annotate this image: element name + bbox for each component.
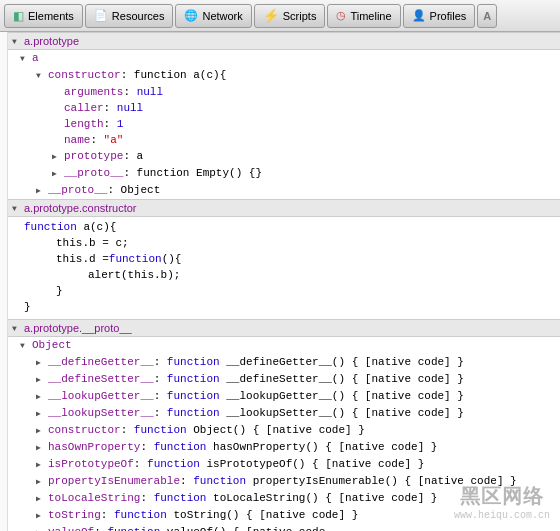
section-header-3[interactable]: a.prototype.__proto__ — [8, 319, 560, 337]
text-proto-object-1: __proto__: Object — [48, 182, 160, 198]
main-area: a.prototype a constructor: function a(c)… — [0, 32, 560, 531]
line-name: name: "a" — [8, 132, 560, 148]
section3-title: a.prototype.__proto__ — [24, 322, 132, 334]
text-defineSetter: __defineSetter__: function __defineSette… — [48, 371, 464, 387]
tab-timeline[interactable]: ◷ Timeline — [327, 4, 400, 28]
text-proto-empty: __proto__: function Empty() {} — [64, 165, 262, 181]
arrow-lookupGetter[interactable] — [36, 388, 48, 405]
tab-scripts[interactable]: ⚡ Scripts — [254, 4, 326, 28]
tab-profiles[interactable]: 👤 Profiles — [403, 4, 476, 28]
tab-audit[interactable]: A — [477, 4, 497, 28]
scripts-icon: ⚡ — [263, 8, 279, 23]
code-alert: alert(this.b); — [20, 267, 556, 283]
arrow-lookupSetter[interactable] — [36, 405, 48, 422]
text-isPrototypeOf: isPrototypeOf: function isPrototypeOf() … — [48, 456, 424, 472]
arrow-constructor[interactable] — [36, 67, 48, 84]
text-defineGetter: __defineGetter__: function __defineGette… — [48, 354, 464, 370]
line-length: length: 1 — [8, 116, 560, 132]
arrow-toLocaleString[interactable] — [36, 490, 48, 507]
line-toString: toString: function toString() { [native … — [8, 507, 560, 524]
code-outer-close: } — [20, 299, 556, 315]
text-lookupSetter: __lookupSetter__: function __lookupSette… — [48, 405, 464, 421]
arrow-defineSetter[interactable] — [36, 371, 48, 388]
section3-arrow[interactable] — [12, 322, 24, 334]
resources-icon: 📄 — [94, 9, 108, 22]
arrow-object[interactable] — [20, 337, 32, 354]
text-this-d: this.d =function(){ — [56, 251, 181, 267]
section-header-2[interactable]: a.prototype.constructor — [8, 199, 560, 217]
tab-network[interactable]: 🌐 Network — [175, 4, 251, 28]
text-inner-close: } — [56, 283, 63, 299]
tab-timeline-label: Timeline — [350, 10, 391, 22]
arrow-proto-empty[interactable] — [52, 165, 64, 182]
line-constructor-obj: constructor: function Object() { [native… — [8, 422, 560, 439]
text-object: Object — [32, 337, 72, 353]
network-icon: 🌐 — [184, 9, 198, 22]
line-a: a — [8, 50, 560, 67]
text-valueOf: valueOf: function valueOf() { [native co… — [48, 524, 325, 531]
arrow-hasOwnProperty[interactable] — [36, 439, 48, 456]
arrow-valueOf[interactable] — [36, 524, 48, 531]
tab-elements[interactable]: ◧ Elements — [4, 4, 83, 28]
line-proto-object-1: __proto__: Object — [8, 182, 560, 199]
line-prototype-a: prototype: a — [8, 148, 560, 165]
section1-arrow[interactable] — [12, 35, 24, 47]
arrow-constructor-obj[interactable] — [36, 422, 48, 439]
section2-code: function a(c){ this.b = c; this.d =funct… — [8, 217, 560, 319]
text-constructor-obj: constructor: function Object() { [native… — [48, 422, 365, 438]
line-object: Object — [8, 337, 560, 354]
line-defineSetter: __defineSetter__: function __defineSette… — [8, 371, 560, 388]
sidebar — [0, 32, 8, 531]
tab-resources-label: Resources — [112, 10, 165, 22]
tab-profiles-label: Profiles — [430, 10, 467, 22]
line-valueOf: valueOf: function valueOf() { [native co… — [8, 524, 560, 531]
arrow-prototype-a[interactable] — [52, 148, 64, 165]
text-this-b: this.b = c; — [56, 235, 129, 251]
tab-network-label: Network — [202, 10, 242, 22]
line-defineGetter: __defineGetter__: function __defineGette… — [8, 354, 560, 371]
profiles-icon: 👤 — [412, 9, 426, 22]
line-arguments: arguments: null — [8, 84, 560, 100]
tab-elements-label: Elements — [28, 10, 74, 22]
text-length: length: 1 — [64, 116, 123, 132]
timeline-icon: ◷ — [336, 9, 346, 22]
arrow-toString[interactable] — [36, 507, 48, 524]
section1-title: a.prototype — [24, 35, 79, 47]
text-alert: alert(this.b); — [88, 267, 180, 283]
arrow-a[interactable] — [20, 50, 32, 67]
section2-arrow[interactable] — [12, 202, 24, 214]
text-name: name: "a" — [64, 132, 123, 148]
code-this-b: this.b = c; — [20, 235, 556, 251]
code-fn-sig: function a(c){ — [20, 219, 556, 235]
text-fn-sig: function a(c){ — [24, 219, 116, 235]
toolbar: ◧ Elements 📄 Resources 🌐 Network ⚡ Scrip… — [0, 0, 560, 32]
tab-resources[interactable]: 📄 Resources — [85, 4, 174, 28]
tab-scripts-label: Scripts — [283, 10, 317, 22]
code-panel[interactable]: a.prototype a constructor: function a(c)… — [8, 32, 560, 531]
line-lookupGetter: __lookupGetter__: function __lookupGette… — [8, 388, 560, 405]
text-toLocaleString: toLocaleString: function toLocaleString(… — [48, 490, 437, 506]
line-caller: caller: null — [8, 100, 560, 116]
arrow-defineGetter[interactable] — [36, 354, 48, 371]
text-arguments: arguments: null — [64, 84, 163, 100]
audit-icon: A — [483, 10, 491, 22]
text-outer-close: } — [24, 299, 31, 315]
arrow-proto-object-1[interactable] — [36, 182, 48, 199]
elements-icon: ◧ — [13, 9, 24, 23]
arrow-isPrototypeOf[interactable] — [36, 456, 48, 473]
text-hasOwnProperty: hasOwnProperty: function hasOwnProperty(… — [48, 439, 437, 455]
text-constructor: constructor: function a(c){ — [48, 67, 226, 83]
arrow-propertyIsEnumerable[interactable] — [36, 473, 48, 490]
line-proto-empty: __proto__: function Empty() {} — [8, 165, 560, 182]
line-propertyIsEnumerable: propertyIsEnumerable: function propertyI… — [8, 473, 560, 490]
text-caller: caller: null — [64, 100, 143, 116]
text-toString: toString: function toString() { [native … — [48, 507, 358, 523]
line-toLocaleString: toLocaleString: function toLocaleString(… — [8, 490, 560, 507]
line-hasOwnProperty: hasOwnProperty: function hasOwnProperty(… — [8, 439, 560, 456]
text-a: a — [32, 50, 39, 66]
section-header-1[interactable]: a.prototype — [8, 32, 560, 50]
line-constructor: constructor: function a(c){ — [8, 67, 560, 84]
text-prototype-a: prototype: a — [64, 148, 143, 164]
line-isPrototypeOf: isPrototypeOf: function isPrototypeOf() … — [8, 456, 560, 473]
section2-title: a.prototype.constructor — [24, 202, 137, 214]
